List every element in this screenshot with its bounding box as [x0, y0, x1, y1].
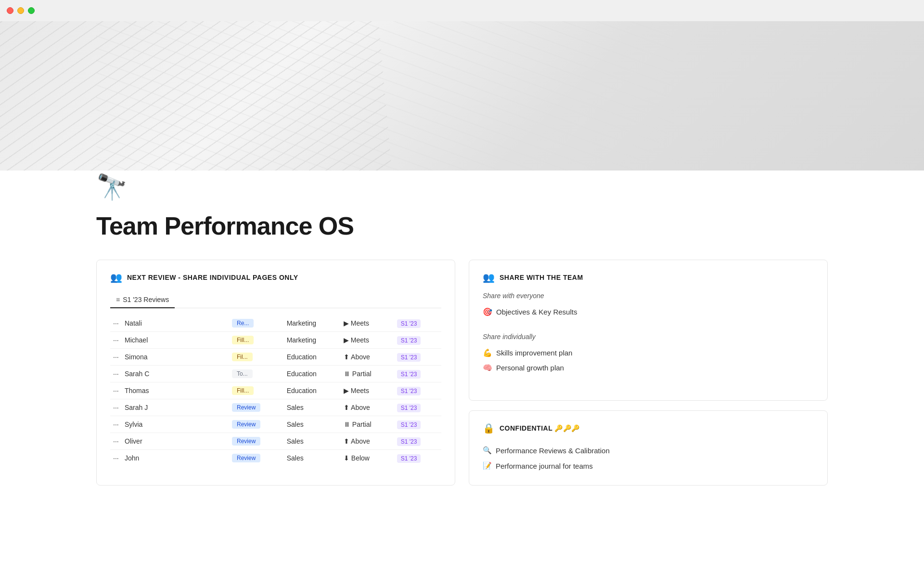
titlebar: [0, 0, 924, 21]
period-badge: S1 '23: [397, 437, 421, 446]
lock-icon: 🔒: [483, 422, 495, 434]
conf-item-icon: 🔍: [483, 446, 492, 455]
share-with-everyone-section: Share with everyone 🎯 Objectives & Key R…: [483, 292, 814, 319]
row-period: S1 '23: [394, 315, 441, 332]
table-row[interactable]: ··· Thomas Fill... Education ▶ Meets S1 …: [110, 382, 441, 399]
row-expand-icon: ···: [110, 416, 122, 433]
confidential-title: CONFIDENTIAL 🔑🔑🔑: [500, 424, 580, 432]
page-content: 🔭 Team Performance OS 👥 NEXT REVIEW - sh…: [0, 158, 924, 514]
row-performance: ⬆ Above: [341, 433, 394, 450]
row-expand-icon: ···: [110, 450, 122, 467]
status-badge: Review: [232, 437, 260, 446]
period-badge: S1 '23: [397, 370, 421, 379]
table-row[interactable]: ··· Sylvia Review Sales ⏸ Partial S1 '23: [110, 416, 441, 433]
table-row[interactable]: ··· Sarah J Review Sales ⬆ Above S1 '23: [110, 399, 441, 416]
share-item-icon: 🎯: [483, 307, 492, 316]
row-department: Marketing: [284, 315, 341, 332]
next-review-header: 👥 NEXT REVIEW - share individual pages o…: [110, 272, 441, 283]
row-name: Michael: [122, 332, 229, 349]
row-period: S1 '23: [394, 433, 441, 450]
review-table: ··· Natali Re... Marketing ▶ Meets S1 '2…: [110, 315, 441, 466]
table-row[interactable]: ··· Oliver Review Sales ⬆ Above S1 '23: [110, 433, 441, 450]
row-department: Education: [284, 366, 341, 382]
table-row[interactable]: ··· Natali Re... Marketing ▶ Meets S1 '2…: [110, 315, 441, 332]
share-item-icon: 💪: [483, 348, 492, 357]
row-name: Sylvia: [122, 416, 229, 433]
row-expand-icon: ···: [110, 332, 122, 349]
row-expand-icon: ···: [110, 349, 122, 366]
row-performance: ⏸ Partial: [341, 366, 394, 382]
share-everyone-label: Share with everyone: [483, 292, 814, 300]
period-badge: S1 '23: [397, 319, 421, 328]
confidential-item[interactable]: 🔍 Performance Reviews & Calibration: [483, 443, 814, 458]
status-badge: Fil...: [232, 353, 253, 361]
share-title: SHARE WITH THE TEAM: [500, 274, 583, 281]
confidential-item[interactable]: 📝 Performance journal for teams: [483, 458, 814, 473]
confidential-header: 🔒 CONFIDENTIAL 🔑🔑🔑: [483, 422, 814, 434]
row-period: S1 '23: [394, 450, 441, 467]
next-review-title: NEXT REVIEW - share individual pages onl…: [127, 274, 298, 281]
row-name: Natali: [122, 315, 229, 332]
row-status: Re...: [229, 315, 284, 332]
period-badge: S1 '23: [397, 387, 421, 395]
table-row[interactable]: ··· Michael Fill... Marketing ▶ Meets S1…: [110, 332, 441, 349]
row-status: Review: [229, 450, 284, 467]
row-name: Thomas: [122, 382, 229, 399]
row-department: Marketing: [284, 332, 341, 349]
row-status: Fil...: [229, 349, 284, 366]
row-status: Review: [229, 399, 284, 416]
row-status: Fill...: [229, 382, 284, 399]
period-badge: S1 '23: [397, 454, 421, 463]
confidential-card: 🔒 CONFIDENTIAL 🔑🔑🔑 🔍 Performance Reviews…: [469, 410, 828, 486]
table-row[interactable]: ··· Simona Fil... Education ⬆ Above S1 '…: [110, 349, 441, 366]
tab-label: S1 '23 Reviews: [123, 296, 169, 303]
row-expand-icon: ···: [110, 366, 122, 382]
s1-23-reviews-tab[interactable]: ≡ S1 '23 Reviews: [110, 292, 175, 308]
share-individually-label: Share individually: [483, 333, 814, 341]
page-title: Team Performance OS: [96, 211, 828, 240]
row-department: Education: [284, 382, 341, 399]
row-department: Sales: [284, 399, 341, 416]
row-status: Review: [229, 433, 284, 450]
status-badge: To...: [232, 369, 253, 378]
tab-list-icon: ≡: [116, 296, 120, 303]
page-icon: 🔭: [96, 158, 828, 202]
conf-item-text: Performance journal for teams: [496, 462, 593, 470]
main-grid: 👥 NEXT REVIEW - share individual pages o…: [96, 260, 828, 486]
row-period: S1 '23: [394, 382, 441, 399]
period-badge: S1 '23: [397, 336, 421, 345]
share-item-text: Personal growth plan: [496, 364, 564, 372]
share-individual-item[interactable]: 🧠 Personal growth plan: [483, 360, 814, 375]
row-period: S1 '23: [394, 349, 441, 366]
next-review-card: 👥 NEXT REVIEW - share individual pages o…: [96, 260, 455, 486]
row-period: S1 '23: [394, 416, 441, 433]
status-badge: Review: [232, 420, 260, 429]
row-performance: ▶ Meets: [341, 315, 394, 332]
share-item-text: Objectives & Key Results: [496, 308, 577, 316]
maximize-button[interactable]: [28, 7, 35, 14]
close-button[interactable]: [7, 7, 13, 14]
row-status: Fill...: [229, 332, 284, 349]
next-review-icon: 👥: [110, 272, 122, 283]
row-department: Sales: [284, 433, 341, 450]
share-icon: 👥: [483, 272, 495, 283]
status-badge: Fill...: [232, 336, 254, 344]
share-everyone-item[interactable]: 🎯 Objectives & Key Results: [483, 304, 814, 319]
row-performance: ⬆ Above: [341, 399, 394, 416]
table-row[interactable]: ··· Sarah C To... Education ⏸ Partial S1…: [110, 366, 441, 382]
share-individually-section: Share individually 💪 Skills improvement …: [483, 333, 814, 375]
status-badge: Fill...: [232, 386, 254, 395]
row-expand-icon: ···: [110, 382, 122, 399]
table-row[interactable]: ··· John Review Sales ⬇ Below S1 '23: [110, 450, 441, 467]
minimize-button[interactable]: [17, 7, 24, 14]
row-department: Sales: [284, 450, 341, 467]
row-performance: ▶ Meets: [341, 382, 394, 399]
row-expand-icon: ···: [110, 399, 122, 416]
share-individual-item[interactable]: 💪 Skills improvement plan: [483, 345, 814, 360]
conf-item-text: Performance Reviews & Calibration: [496, 447, 610, 455]
row-performance: ⬆ Above: [341, 349, 394, 366]
hero-banner: [0, 21, 924, 171]
row-expand-icon: ···: [110, 433, 122, 450]
status-badge: Re...: [232, 319, 254, 328]
share-header: 👥 SHARE WITH THE TEAM: [483, 272, 814, 283]
